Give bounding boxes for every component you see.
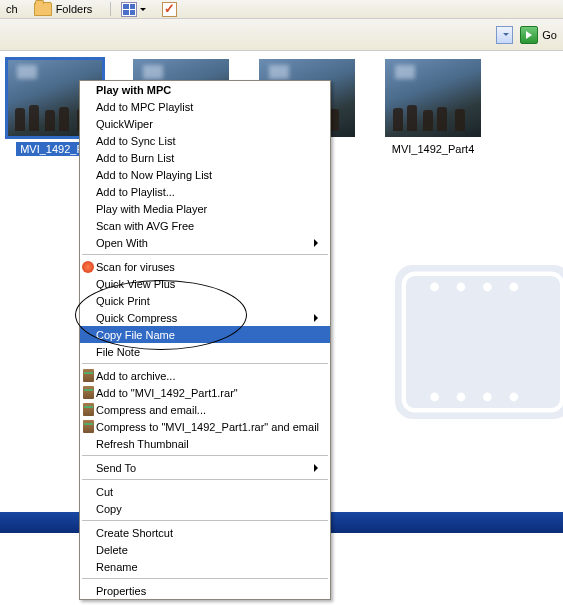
folders-label: Folders [56, 3, 93, 15]
main-toolbar: ch Folders [0, 0, 563, 19]
chevron-down-icon [503, 33, 509, 39]
chevron-down-icon [140, 8, 146, 14]
ctx-compress-email[interactable]: Compress and email... [80, 401, 330, 418]
ctx-open-with[interactable]: Open With [80, 234, 330, 251]
ctx-refresh-thumbnail[interactable]: Refresh Thumbnail [80, 435, 330, 452]
search-button[interactable]: ch [2, 1, 22, 17]
ctx-quick-compress[interactable]: Quick Compress [80, 309, 330, 326]
archive-icon [81, 420, 95, 434]
svg-point-5 [509, 283, 518, 292]
ctx-compress-rar-email[interactable]: Compress to "MVI_1492_Part1.rar" and ema… [80, 418, 330, 435]
ctx-quick-print[interactable]: Quick Print [80, 292, 330, 309]
ctx-cut[interactable]: Cut [80, 483, 330, 500]
ctx-play-media-player[interactable]: Play with Media Player [80, 200, 330, 217]
ctx-separator [82, 520, 328, 521]
ctx-scan-avg[interactable]: Scan with AVG Free [80, 217, 330, 234]
ctx-copy[interactable]: Copy [80, 500, 330, 517]
ctx-separator [82, 479, 328, 480]
ctx-quick-view-plus[interactable]: Quick View Plus [80, 275, 330, 292]
thumbnail-item[interactable]: MVI_1492_Part4 [384, 59, 482, 156]
ctx-add-sync-list[interactable]: Add to Sync List [80, 132, 330, 149]
svg-point-8 [483, 393, 492, 402]
svg-rect-0 [395, 265, 563, 419]
ctx-add-rar[interactable]: Add to "MVI_1492_Part1.rar" [80, 384, 330, 401]
filmstrip-watermark-icon [373, 232, 563, 452]
archive-icon [81, 386, 95, 400]
search-label: ch [6, 3, 18, 15]
ctx-add-burn-list[interactable]: Add to Burn List [80, 149, 330, 166]
svg-point-3 [457, 283, 466, 292]
svg-point-6 [430, 393, 439, 402]
svg-point-4 [483, 283, 492, 292]
ctx-add-now-playing[interactable]: Add to Now Playing List [80, 166, 330, 183]
svg-point-7 [457, 393, 466, 402]
archive-icon [81, 369, 95, 383]
ctx-copy-file-name[interactable]: Copy File Name [80, 326, 330, 343]
views-button[interactable] [117, 1, 150, 17]
folders-button[interactable]: Folders [30, 1, 97, 17]
check-icon [162, 2, 177, 17]
submenu-arrow-icon [314, 464, 322, 472]
ctx-properties[interactable]: Properties [80, 582, 330, 599]
ctx-play-mpc[interactable]: Play with MPC [80, 81, 330, 98]
ctx-rename[interactable]: Rename [80, 558, 330, 575]
thumbnail-image [385, 59, 481, 137]
ctx-add-playlist[interactable]: Add to Playlist... [80, 183, 330, 200]
submenu-arrow-icon [314, 239, 322, 247]
context-menu: Play with MPC Add to MPC Playlist QuickW… [79, 80, 331, 600]
ctx-add-mpc-playlist[interactable]: Add to MPC Playlist [80, 98, 330, 115]
ctx-create-shortcut[interactable]: Create Shortcut [80, 524, 330, 541]
address-dropdown[interactable] [496, 26, 513, 44]
toolbar-separator [110, 2, 111, 16]
ctx-separator [82, 254, 328, 255]
ctx-add-archive[interactable]: Add to archive... [80, 367, 330, 384]
svg-point-9 [509, 393, 518, 402]
ctx-separator [82, 578, 328, 579]
archive-icon [81, 403, 95, 417]
ctx-quickwiper[interactable]: QuickWiper [80, 115, 330, 132]
go-button[interactable] [520, 26, 538, 44]
svg-point-2 [430, 283, 439, 292]
ctx-scan-viruses[interactable]: Scan for viruses [80, 258, 330, 275]
ctx-file-note[interactable]: File Note [80, 343, 330, 360]
check-button[interactable] [158, 1, 181, 17]
submenu-arrow-icon [314, 314, 322, 322]
ctx-delete[interactable]: Delete [80, 541, 330, 558]
thumbnail-label: MVI_1492_Part4 [388, 142, 479, 156]
go-label: Go [542, 29, 557, 41]
ctx-separator [82, 455, 328, 456]
address-bar: Go [0, 19, 563, 51]
views-icon [121, 2, 137, 17]
folder-icon [34, 2, 52, 16]
ctx-separator [82, 363, 328, 364]
virus-icon [81, 260, 95, 274]
ctx-send-to[interactable]: Send To [80, 459, 330, 476]
